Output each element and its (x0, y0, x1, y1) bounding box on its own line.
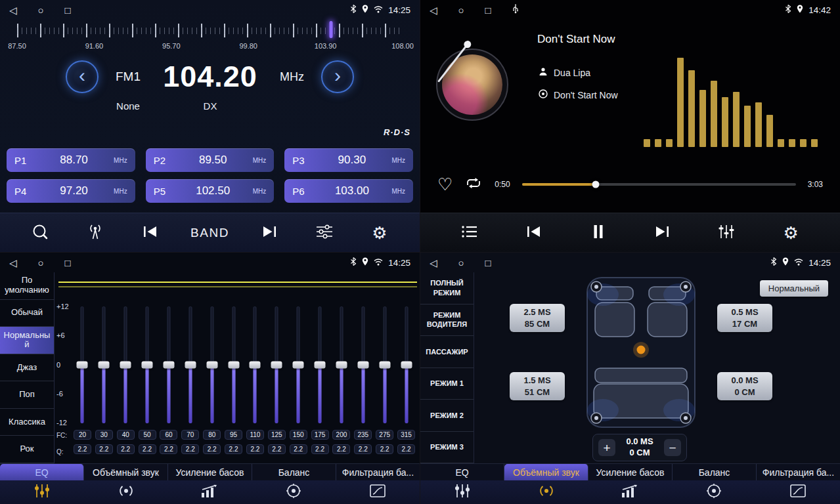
previous-track-button[interactable] (519, 219, 549, 247)
decrease-button[interactable]: − (664, 439, 681, 456)
eq-tab-button[interactable] (420, 480, 504, 504)
slider-handle[interactable] (206, 362, 217, 369)
eq-band-slider[interactable] (93, 306, 115, 423)
eq-band-slider[interactable] (374, 306, 395, 423)
eq-band-slider[interactable] (201, 306, 223, 423)
seek-up-button[interactable]: › (321, 60, 354, 93)
slider-handle[interactable] (293, 362, 304, 369)
tuning-ruler[interactable] (17, 23, 403, 40)
balance-tab-button[interactable] (252, 480, 336, 504)
slider-handle[interactable] (250, 362, 261, 369)
delay-front-right[interactable]: 0.5 MS 17 CM (717, 304, 772, 332)
settings-button[interactable]: ⚙ (365, 219, 395, 247)
audio-tab[interactable]: Объёмный звук (84, 464, 168, 480)
next-station-button[interactable] (254, 219, 284, 247)
surround-tab-button[interactable] (84, 480, 168, 504)
pause-button[interactable] (583, 219, 613, 247)
increase-button[interactable]: + (598, 439, 615, 456)
progress-bar[interactable] (522, 183, 796, 186)
surround-tab-button[interactable] (504, 480, 588, 504)
audio-settings-button[interactable] (309, 219, 340, 247)
eq-preset-item[interactable]: По умолчанию (0, 272, 54, 300)
audio-tab[interactable]: Усиление басов (588, 464, 673, 480)
home-button[interactable]: ○ (38, 5, 44, 15)
slider-handle[interactable] (120, 362, 131, 369)
eq-preset-item[interactable]: Поп (0, 381, 54, 409)
slider-handle[interactable] (99, 362, 110, 369)
preset-button[interactable]: P2 89.50 MHz (146, 148, 275, 172)
back-button[interactable]: ◁ (9, 258, 17, 268)
recents-button[interactable]: □ (65, 5, 71, 15)
sound-preset-button[interactable]: Нормальный (760, 280, 828, 297)
next-track-button[interactable] (647, 219, 677, 247)
balance-tab-button[interactable] (672, 480, 756, 504)
listening-mode-item[interactable]: РЕЖИМ 3 (420, 432, 474, 464)
back-button[interactable]: ◁ (430, 258, 437, 268)
bass-boost-tab-button[interactable] (588, 480, 673, 504)
home-button[interactable]: ○ (458, 5, 464, 15)
audio-tab[interactable]: Фильтрация ба... (757, 464, 840, 480)
slider-handle[interactable] (228, 362, 239, 369)
filter-tab-button[interactable] (756, 480, 840, 504)
eq-band-slider[interactable] (223, 306, 244, 423)
back-button[interactable]: ◁ (9, 5, 17, 15)
eq-band-slider[interactable] (72, 306, 93, 423)
previous-station-button[interactable] (135, 219, 166, 247)
eq-preset-item[interactable]: Обычай (0, 300, 54, 327)
band-button[interactable]: BAND (190, 219, 229, 247)
listening-mode-item[interactable]: РЕЖИМ 2 (420, 400, 474, 432)
slider-handle[interactable] (77, 362, 88, 369)
eq-band-slider[interactable] (244, 306, 266, 423)
slider-handle[interactable] (185, 362, 196, 369)
eq-tab-button[interactable] (0, 480, 84, 504)
preset-button[interactable]: P4 97.20 MHz (7, 179, 135, 203)
audio-tab[interactable]: EQ (0, 464, 84, 480)
bass-boost-tab-button[interactable] (168, 480, 252, 504)
eq-band-slider[interactable] (179, 306, 201, 423)
filter-tab-button[interactable] (336, 480, 420, 504)
preset-button[interactable]: P1 88.70 MHz (7, 148, 135, 172)
audio-tab[interactable]: Фильтрация ба... (336, 464, 420, 480)
eq-band-slider[interactable] (395, 306, 417, 423)
broadcast-button[interactable] (80, 219, 110, 247)
preset-button[interactable]: P5 102.50 MHz (146, 179, 275, 203)
delay-rear-right[interactable]: 0.0 MS 0 CM (717, 372, 772, 400)
slider-handle[interactable] (271, 362, 282, 369)
progress-knob[interactable] (592, 181, 600, 188)
audio-tab[interactable]: Баланс (673, 464, 757, 480)
eq-preset-item[interactable]: Джаз (0, 354, 54, 382)
slider-handle[interactable] (379, 362, 390, 369)
slider-handle[interactable] (315, 362, 326, 369)
audio-tab[interactable]: Баланс (252, 464, 336, 480)
tuning-indicator[interactable] (330, 21, 333, 38)
slider-handle[interactable] (142, 362, 153, 369)
playlist-button[interactable] (454, 219, 485, 247)
back-button[interactable]: ◁ (430, 5, 437, 15)
eq-band-slider[interactable] (158, 306, 180, 423)
slider-handle[interactable] (401, 362, 412, 369)
slider-handle[interactable] (336, 362, 347, 369)
eq-band-slider[interactable] (266, 306, 288, 423)
eq-band-slider[interactable] (137, 306, 158, 423)
home-button[interactable]: ○ (38, 258, 44, 268)
seek-down-button[interactable]: ‹ (66, 60, 99, 93)
eq-preset-item[interactable]: Рок (0, 436, 54, 463)
equalizer-button[interactable] (711, 219, 741, 247)
audio-tab[interactable]: EQ (420, 464, 504, 480)
slider-handle[interactable] (163, 362, 174, 369)
preset-button[interactable]: P6 103.00 MHz (284, 179, 413, 203)
recents-button[interactable]: □ (65, 258, 71, 268)
audio-tab[interactable]: Объёмный звук (504, 464, 588, 480)
eq-preset-item[interactable]: Классика (0, 409, 54, 436)
settings-button[interactable]: ⚙ (776, 219, 806, 247)
eq-band-slider[interactable] (352, 306, 374, 423)
eq-preset-item[interactable]: Нормальный (0, 327, 54, 354)
eq-band-slider[interactable] (331, 306, 353, 423)
listening-mode-item[interactable]: РЕЖИМ ВОДИТЕЛЯ (420, 304, 474, 337)
car-cabin-map[interactable] (586, 276, 696, 429)
listening-mode-item[interactable]: ПАССАЖИР (420, 336, 474, 368)
eq-band-slider[interactable] (309, 306, 331, 423)
repeat-button[interactable] (464, 176, 483, 193)
listening-mode-item[interactable]: ПОЛНЫЙ РЕЖИМ (420, 272, 474, 304)
favorite-button[interactable]: ♡ (437, 176, 453, 193)
